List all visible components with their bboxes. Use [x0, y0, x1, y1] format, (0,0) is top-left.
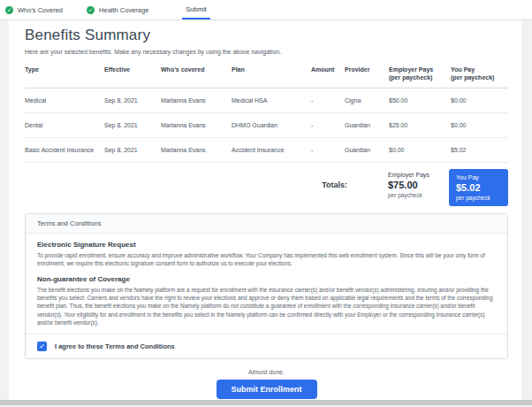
col-header-employer-pays: Employer Pays (per paycheck) — [389, 65, 451, 88]
col-header-whos-covered: Who's covered — [161, 65, 232, 88]
cell-provider: Cigna — [345, 88, 389, 112]
totals-you-amount: $5.02 — [456, 182, 505, 193]
totals-label: Totals: — [322, 180, 347, 189]
col-header-line: You Pay — [451, 65, 501, 73]
terms-section-body: The benefit elections you make on the Na… — [37, 286, 496, 326]
agree-terms-row[interactable]: ✓ I agree to these Terms and Conditions — [26, 334, 507, 358]
cell-plan: DHMO Guardian — [232, 113, 311, 137]
col-header-amount: Amount — [311, 65, 345, 88]
cell-employer-pays: $0.00 — [389, 138, 451, 162]
totals-employer-period: per paycheck — [388, 192, 448, 198]
nav-step-label: Who's Covered — [18, 6, 63, 14]
col-header-you-pay: You Pay (per paycheck) — [451, 65, 508, 88]
cell-whos-covered: Marlanna Evans — [161, 88, 232, 112]
nav-step-label: Health Coverage — [99, 6, 148, 14]
nav-step-submit-active[interactable]: Submit — [182, 0, 209, 19]
totals-section: Totals: Employer Pays $75.00 per paychec… — [25, 169, 508, 206]
totals-employer-pays: Employer Pays $75.00 per paycheck — [388, 169, 448, 198]
submit-enrollment-button[interactable]: Submit Enrollment — [217, 380, 317, 399]
terms-section-heading: Electronic Signature Request — [37, 241, 496, 249]
table-header-row: Type Effective Who's covered Plan Amount… — [25, 65, 508, 88]
benefits-table: Type Effective Who's covered Plan Amount… — [25, 65, 508, 163]
almost-done-text: Almost done. — [25, 369, 508, 375]
totals-you-pay-highlight: You Pay $5.02 per paycheck — [449, 169, 508, 206]
terms-panel-title: Terms and Conditions — [26, 214, 507, 234]
agree-terms-label: I agree to these Terms and Conditions — [55, 342, 175, 350]
cell-effective: Sep 8, 2021 — [104, 113, 161, 137]
col-header-line: Employer Pays — [389, 65, 444, 73]
horizontal-scrollbar[interactable] — [0, 400, 532, 405]
cell-amount: - — [311, 88, 345, 112]
nav-step-whos-covered[interactable]: ✓ Who's Covered — [5, 0, 63, 19]
cell-type: Basic Accident Insurance — [25, 138, 104, 162]
col-header-subline: (per paycheck) — [389, 73, 444, 81]
col-header-provider: Provider — [345, 65, 389, 88]
col-header-plan: Plan — [232, 65, 311, 88]
totals-employer-title: Employer Pays — [388, 172, 448, 178]
nav-step-label: Submit — [186, 5, 206, 13]
col-header-effective: Effective — [104, 65, 161, 88]
nav-step-health-coverage[interactable]: ✓ Health Coverage — [87, 0, 148, 19]
page-subtitle: Here are your selected benefits. Make an… — [25, 49, 508, 55]
col-header-subline: (per paycheck) — [451, 73, 501, 81]
cell-amount: - — [311, 113, 345, 137]
cell-whos-covered: Marlanna Evans — [161, 138, 232, 162]
totals-you-title: You Pay — [456, 174, 505, 180]
cell-provider: Guardian — [345, 138, 389, 162]
cell-provider: Guardian — [345, 113, 389, 137]
totals-you-period: per paycheck — [456, 195, 505, 201]
content-card: Benefits Summary Here are your selected … — [9, 20, 521, 400]
step-complete-check-icon: ✓ — [87, 6, 95, 14]
table-row-medical: Medical Sep 8, 2021 Marlanna Evans Medic… — [25, 88, 508, 113]
step-complete-check-icon: ✓ — [5, 6, 13, 14]
table-row-dental: Dental Sep 8, 2021 Marlanna Evans DHMO G… — [25, 113, 508, 138]
cell-plan: Accident Insurance — [232, 138, 311, 162]
terms-section-body: To provide rapid enrollment, ensure accu… — [37, 251, 496, 268]
cell-effective: Sep 8, 2021 — [104, 138, 161, 162]
col-header-type: Type — [25, 65, 104, 88]
terms-and-conditions-panel: Terms and Conditions Electronic Signatur… — [25, 213, 508, 359]
cell-type: Medical — [25, 88, 104, 112]
cell-employer-pays: $50.00 — [389, 88, 451, 112]
cell-whos-covered: Marlanna Evans — [161, 113, 232, 137]
cell-you-pay: $0.00 — [451, 113, 508, 137]
cell-you-pay: $0.00 — [451, 88, 508, 112]
totals-employer-amount: $75.00 — [388, 180, 448, 190]
page-title: Benefits Summary — [25, 27, 508, 44]
cell-effective: Sep 8, 2021 — [104, 88, 161, 112]
cell-plan: Medical HSA — [232, 88, 311, 112]
agree-terms-checkbox[interactable]: ✓ — [37, 342, 47, 351]
cell-employer-pays: $25.00 — [389, 113, 451, 137]
terms-body: Electronic Signature Request To provide … — [26, 234, 507, 326]
wizard-nav: ✓ Who's Covered ✓ Health Coverage Submit — [0, 0, 532, 20]
cell-type: Dental — [25, 113, 104, 137]
cell-you-pay: $5.02 — [451, 138, 508, 162]
table-row-basic-accident-insurance: Basic Accident Insurance Sep 8, 2021 Mar… — [25, 138, 508, 163]
cell-amount: - — [311, 138, 345, 162]
terms-section-heading: Non-guarantee of Coverage — [37, 275, 496, 283]
